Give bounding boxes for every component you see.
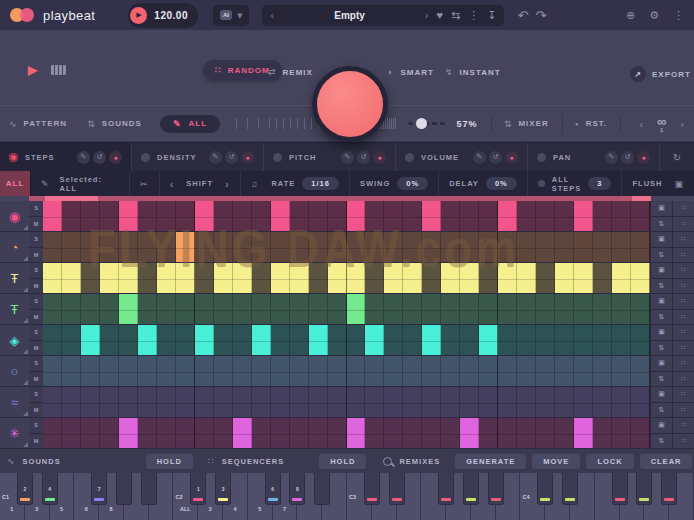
tab-radio[interactable] (537, 153, 546, 162)
grid-icon[interactable]: ∷ (673, 279, 694, 294)
step-cell[interactable] (309, 294, 328, 324)
step-cell[interactable] (62, 232, 81, 262)
kick-icon[interactable]: ◉ (0, 201, 29, 231)
move-button[interactable]: MOVE (532, 454, 580, 469)
mute-button[interactable]: M (29, 403, 43, 418)
mixer-button[interactable]: MIXER (518, 119, 548, 128)
step-cell[interactable] (62, 387, 81, 417)
step-cell[interactable] (517, 232, 536, 262)
output-icon[interactable]: ▣ (651, 201, 672, 216)
step-cell[interactable] (43, 387, 62, 417)
step-cell[interactable] (422, 418, 441, 448)
step-cell[interactable] (81, 263, 100, 293)
dice-icon[interactable]: ✎ (341, 151, 354, 164)
step-cell[interactable] (328, 387, 347, 417)
tab-steps[interactable]: STEPS✎↺● (0, 143, 132, 171)
step-cell[interactable] (347, 294, 366, 324)
step-cell[interactable] (157, 232, 176, 262)
ai-menu-button[interactable]: AI ▾ (213, 5, 250, 26)
mute-button[interactable]: M (29, 434, 43, 449)
step-cell[interactable] (612, 325, 631, 355)
tab-volume[interactable]: VOLUME✎↺● (396, 143, 528, 171)
step-cell[interactable] (176, 418, 195, 448)
step-cell[interactable] (290, 356, 309, 386)
step-cell[interactable] (271, 387, 290, 417)
output-icon[interactable]: ▣ (651, 418, 672, 433)
preset-menu-icon[interactable]: ⋮ (468, 9, 479, 22)
dice-icon[interactable]: ✎ (77, 151, 90, 164)
smart-button[interactable]: ◐ SMART (388, 67, 434, 77)
save-preset-icon[interactable]: ↧ (487, 9, 496, 22)
step-cell[interactable] (384, 356, 403, 386)
grid-icon[interactable]: ∷ (673, 372, 694, 387)
tab-pan[interactable]: PAN✎↺● (528, 143, 660, 171)
transport-play-button[interactable]: ▶ (28, 63, 38, 77)
step-cell[interactable] (612, 418, 631, 448)
bpm-control[interactable]: ▶ 120.00 (128, 3, 198, 28)
clear-button[interactable]: CLEAR (640, 454, 693, 469)
solo-button[interactable]: S (29, 294, 43, 309)
step-cell[interactable] (100, 418, 119, 448)
step-cell[interactable] (612, 263, 631, 293)
black-key[interactable] (116, 473, 132, 505)
swing-value[interactable]: 0% (397, 177, 428, 190)
reset-icon[interactable]: ↺ (357, 151, 370, 164)
step-cell[interactable] (536, 232, 555, 262)
step-cell[interactable] (100, 201, 119, 231)
step-cell[interactable] (555, 201, 574, 231)
step-cell[interactable] (81, 232, 100, 262)
step-cell[interactable] (347, 201, 366, 231)
pattern-next-button[interactable]: › (680, 118, 685, 130)
dice-icon[interactable]: ✎ (473, 151, 486, 164)
mute-button[interactable]: M (29, 341, 43, 356)
step-cell[interactable] (157, 418, 176, 448)
step-cell[interactable] (81, 294, 100, 324)
step-cell[interactable] (271, 263, 290, 293)
step-cell[interactable] (479, 232, 498, 262)
step-cell[interactable] (195, 418, 214, 448)
keyboard-toggle-icon[interactable] (50, 65, 66, 75)
step-cell[interactable] (422, 356, 441, 386)
mute-button[interactable]: M (29, 217, 43, 232)
step-cell[interactable] (100, 356, 119, 386)
dice-icon[interactable]: ∷ (673, 418, 694, 433)
sliders-icon[interactable]: ⇅ (651, 279, 672, 294)
step-cell[interactable] (631, 263, 650, 293)
reset-icon[interactable]: ↺ (93, 151, 106, 164)
dice-icon[interactable]: ∷ (673, 294, 694, 309)
step-cell[interactable] (62, 294, 81, 324)
step-cell[interactable] (441, 232, 460, 262)
step-cell[interactable] (403, 418, 422, 448)
black-key[interactable]: 8 (289, 473, 305, 505)
step-cell[interactable] (365, 387, 384, 417)
mute-button[interactable]: M (29, 248, 43, 263)
step-cell[interactable] (498, 418, 517, 448)
step-cell[interactable] (100, 232, 119, 262)
step-cell[interactable] (195, 232, 214, 262)
tab-radio[interactable] (141, 153, 150, 162)
step-cell[interactable] (309, 201, 328, 231)
step-cell[interactable] (309, 263, 328, 293)
step-cell[interactable] (441, 201, 460, 231)
step-cell[interactable] (328, 418, 347, 448)
step-cell[interactable] (612, 232, 631, 262)
step-cell[interactable] (460, 356, 479, 386)
step-cell[interactable] (233, 263, 252, 293)
slider-knob[interactable] (416, 118, 427, 129)
pattern-prev-button[interactable]: ‹ (639, 118, 644, 130)
step-cell[interactable] (365, 263, 384, 293)
sliders-icon[interactable]: ⇅ (651, 310, 672, 325)
step-cell[interactable] (119, 294, 138, 324)
step-cell[interactable] (119, 325, 138, 355)
step-cell[interactable] (441, 325, 460, 355)
step-cell[interactable] (290, 201, 309, 231)
step-cell[interactable] (593, 294, 612, 324)
step-cell[interactable] (309, 325, 328, 355)
step-cell[interactable] (498, 356, 517, 386)
step-cell[interactable] (517, 294, 536, 324)
step-cell[interactable] (384, 201, 403, 231)
dice-icon[interactable]: ✎ (209, 151, 222, 164)
step-cell[interactable] (233, 387, 252, 417)
sliders-icon[interactable]: ⇅ (651, 217, 672, 232)
step-cell[interactable] (593, 325, 612, 355)
